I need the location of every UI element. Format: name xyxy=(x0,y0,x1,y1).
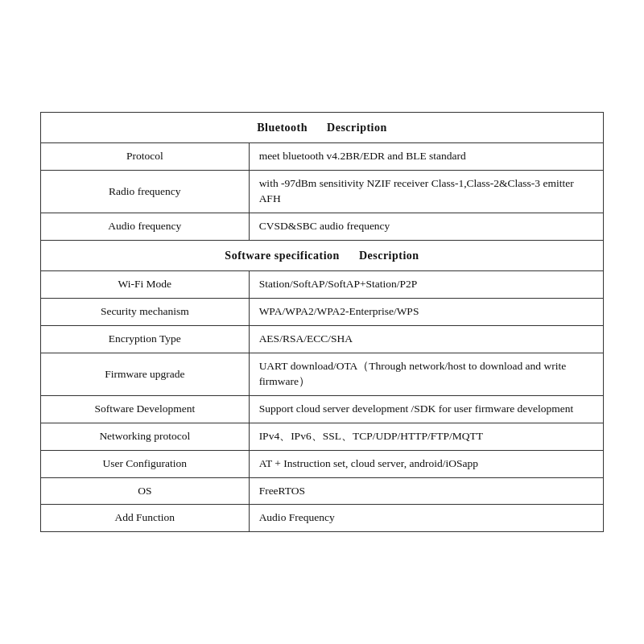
row-label: OS xyxy=(41,477,250,505)
row-value: FreeRTOS xyxy=(249,477,603,505)
table-row: OS FreeRTOS xyxy=(41,477,604,505)
software-header-desc: Description xyxy=(359,250,419,262)
table-row: Networking protocol IPv4、IPv6、SSL、TCP/UD… xyxy=(41,423,604,450)
row-value: meet bluetooth v4.2BR/EDR and BLE standa… xyxy=(249,143,603,171)
row-label: Add Function xyxy=(41,505,250,532)
row-value: with -97dBm sensitivity NZIF receiver Cl… xyxy=(249,171,603,213)
row-value: Support cloud server development /SDK fo… xyxy=(249,395,603,423)
row-label: User Configuration xyxy=(41,450,250,477)
row-label: Software Development xyxy=(41,395,250,423)
bluetooth-header-spec: Bluetooth xyxy=(257,122,308,134)
software-header-cell: Software specification Description xyxy=(41,240,604,271)
table-wrapper: Bluetooth Description Protocol meet blue… xyxy=(40,112,604,533)
table-row: Firmware upgrade UART download/OTA（Throu… xyxy=(41,353,604,396)
table-row: Security mechanism WPA/WPA2/WPA2-Enterpr… xyxy=(41,299,604,326)
table-row: Software Development Support cloud serve… xyxy=(41,395,604,423)
row-value: WPA/WPA2/WPA2-Enterprise/WPS xyxy=(249,299,603,326)
row-label: Firmware upgrade xyxy=(41,353,250,396)
software-header-row: Software specification Description xyxy=(41,240,604,271)
table-row: User Configuration AT + Instruction set,… xyxy=(41,450,604,477)
bluetooth-header-row: Bluetooth Description xyxy=(41,112,604,143)
row-value: Station/SoftAP/SoftAP+Station/P2P xyxy=(249,271,603,299)
row-value: AES/RSA/ECC/SHA xyxy=(249,326,603,353)
row-value: Audio Frequency xyxy=(249,505,603,532)
row-value: CVSD&SBC audio frequency xyxy=(249,213,603,240)
row-label: Encryption Type xyxy=(41,326,250,353)
row-label: Security mechanism xyxy=(41,299,250,326)
main-table: Bluetooth Description Protocol meet blue… xyxy=(40,112,604,533)
row-label: Audio frequency xyxy=(41,213,250,240)
bluetooth-header-desc: Description xyxy=(327,122,387,134)
page-container: Bluetooth Description Protocol meet blue… xyxy=(0,0,644,644)
table-row: Encryption Type AES/RSA/ECC/SHA xyxy=(41,326,604,353)
table-row: Wi-Fi Mode Station/SoftAP/SoftAP+Station… xyxy=(41,271,604,299)
row-label: Protocol xyxy=(41,143,250,171)
table-row: Audio frequency CVSD&SBC audio frequency xyxy=(41,213,604,240)
row-label: Wi-Fi Mode xyxy=(41,271,250,299)
bluetooth-header-cell: Bluetooth Description xyxy=(41,112,604,143)
row-value: UART download/OTA（Through network/host t… xyxy=(249,353,603,396)
software-header-spec: Software specification xyxy=(225,250,340,262)
table-row: Protocol meet bluetooth v4.2BR/EDR and B… xyxy=(41,143,604,171)
table-row: Add Function Audio Frequency xyxy=(41,505,604,532)
row-value: AT + Instruction set, cloud server, andr… xyxy=(249,450,603,477)
row-label: Radio frequency xyxy=(41,171,250,213)
row-value: IPv4、IPv6、SSL、TCP/UDP/HTTP/FTP/MQTT xyxy=(249,423,603,450)
row-label: Networking protocol xyxy=(41,423,250,450)
table-row: Radio frequency with -97dBm sensitivity … xyxy=(41,171,604,213)
